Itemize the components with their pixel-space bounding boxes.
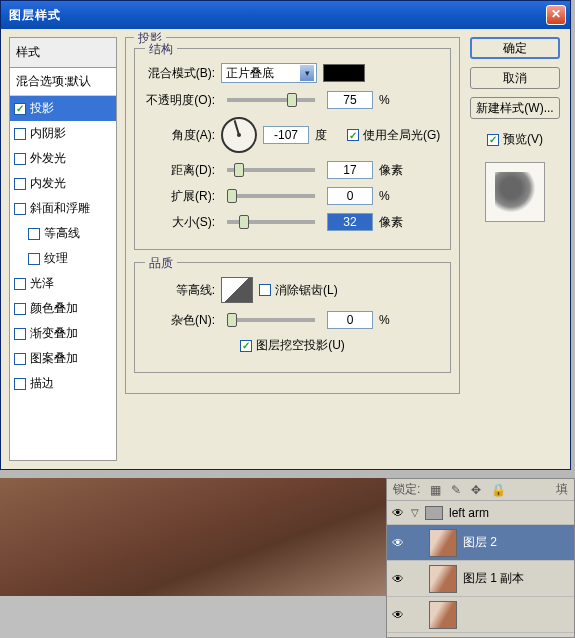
style-item-label: 颜色叠加 <box>30 300 78 317</box>
shadow-color-swatch[interactable] <box>323 64 365 82</box>
checkbox-icon[interactable] <box>14 303 26 315</box>
style-item-0[interactable]: 投影 <box>10 96 116 121</box>
checkbox-icon[interactable] <box>14 378 26 390</box>
antialias-checkbox[interactable]: 消除锯齿(L) <box>259 282 338 299</box>
noise-input[interactable]: 0 <box>327 311 373 329</box>
checkbox-icon[interactable] <box>28 228 40 240</box>
layer-name: 图层 1 副本 <box>463 570 524 587</box>
style-item-label: 渐变叠加 <box>30 325 78 342</box>
layer-group-row[interactable]: 👁 ▽ left arm <box>387 501 574 525</box>
checkbox-icon <box>259 284 271 296</box>
lock-brush-icon[interactable]: ✎ <box>451 483 461 497</box>
distance-label: 距离(D): <box>143 162 215 179</box>
style-item-label: 内发光 <box>30 175 66 192</box>
angle-label: 角度(A): <box>143 127 215 144</box>
visibility-icon[interactable]: 👁 <box>391 608 405 622</box>
layer-row[interactable]: 👁 图层 2 <box>387 525 574 561</box>
style-item-10[interactable]: 图案叠加 <box>10 346 116 371</box>
checkbox-icon[interactable] <box>28 253 40 265</box>
distance-slider[interactable] <box>227 168 315 172</box>
contour-picker[interactable] <box>221 277 253 303</box>
main-panel: 投影 结构 混合模式(B): 正片叠底 ▾ 不透明度(O): <box>125 37 460 461</box>
folder-icon <box>425 506 443 520</box>
checkbox-icon[interactable] <box>14 278 26 290</box>
preview-thumbnail <box>485 162 545 222</box>
checkbox-icon[interactable] <box>14 178 26 190</box>
window-title: 图层样式 <box>5 7 546 24</box>
distance-input[interactable]: 17 <box>327 161 373 179</box>
structure-title: 结构 <box>145 41 177 58</box>
cancel-button[interactable]: 取消 <box>470 67 560 89</box>
checkbox-icon[interactable] <box>14 128 26 140</box>
ok-button[interactable]: 确定 <box>470 37 560 59</box>
checkbox-icon[interactable] <box>14 203 26 215</box>
size-slider[interactable] <box>227 220 315 224</box>
layer-style-dialog: 图层样式 ✕ 样式 混合选项:默认 投影内阴影外发光内发光斜面和浮雕等高线纹理光… <box>0 0 571 470</box>
style-item-label: 光泽 <box>30 275 54 292</box>
blend-mode-select[interactable]: 正片叠底 ▾ <box>221 63 317 83</box>
lock-all-icon[interactable]: 🔒 <box>491 483 506 497</box>
style-item-7[interactable]: 光泽 <box>10 271 116 296</box>
opacity-input[interactable]: 75 <box>327 91 373 109</box>
visibility-icon[interactable]: 👁 <box>391 572 405 586</box>
knockout-checkbox[interactable]: 图层挖空投影(U) <box>240 337 345 354</box>
style-item-1[interactable]: 内阴影 <box>10 121 116 146</box>
checkbox-icon[interactable] <box>14 153 26 165</box>
noise-label: 杂色(N): <box>143 312 215 329</box>
layer-row[interactable]: 👁 <box>387 597 574 633</box>
chevron-down-icon[interactable]: ▽ <box>411 507 419 518</box>
style-item-3[interactable]: 内发光 <box>10 171 116 196</box>
checkbox-icon <box>240 340 252 352</box>
lock-move-icon[interactable]: ✥ <box>471 483 481 497</box>
style-item-11[interactable]: 描边 <box>10 371 116 396</box>
style-item-4[interactable]: 斜面和浮雕 <box>10 196 116 221</box>
drop-shadow-group: 投影 结构 混合模式(B): 正片叠底 ▾ 不透明度(O): <box>125 37 460 394</box>
blend-options-row[interactable]: 混合选项:默认 <box>10 68 116 96</box>
style-item-label: 投影 <box>30 100 54 117</box>
spread-slider[interactable] <box>227 194 315 198</box>
styles-header[interactable]: 样式 <box>10 38 116 68</box>
style-item-label: 内阴影 <box>30 125 66 142</box>
layer-thumbnail[interactable] <box>429 601 457 629</box>
layer-row[interactable]: 👁 图层 1 副本 <box>387 561 574 597</box>
close-button[interactable]: ✕ <box>546 5 566 25</box>
titlebar[interactable]: 图层样式 ✕ <box>1 1 570 29</box>
size-label: 大小(S): <box>143 214 215 231</box>
style-item-9[interactable]: 渐变叠加 <box>10 321 116 346</box>
style-item-label: 外发光 <box>30 150 66 167</box>
spread-input[interactable]: 0 <box>327 187 373 205</box>
checkbox-icon <box>487 134 499 146</box>
checkbox-icon[interactable] <box>14 353 26 365</box>
blend-mode-label: 混合模式(B): <box>143 65 215 82</box>
size-input[interactable]: 32 <box>327 213 373 231</box>
lock-label: 锁定: <box>393 481 420 498</box>
layer-group-label: left arm <box>449 506 489 520</box>
layer-name: 图层 2 <box>463 534 497 551</box>
lock-transparency-icon[interactable]: ▦ <box>430 483 441 497</box>
visibility-icon[interactable]: 👁 <box>391 506 405 520</box>
style-item-2[interactable]: 外发光 <box>10 146 116 171</box>
checkbox-icon <box>347 129 359 141</box>
quality-group: 品质 等高线: 消除锯齿(L) 杂色(N): 0 % <box>134 262 451 373</box>
checkbox-icon[interactable] <box>14 103 26 115</box>
layer-thumbnail[interactable] <box>429 529 457 557</box>
fill-label: 填 <box>556 481 568 498</box>
angle-input[interactable]: -107 <box>263 126 309 144</box>
style-item-label: 纹理 <box>44 250 68 267</box>
preview-checkbox[interactable]: 预览(V) <box>487 131 543 148</box>
quality-title: 品质 <box>145 255 177 272</box>
checkbox-icon[interactable] <box>14 328 26 340</box>
style-item-6[interactable]: 纹理 <box>10 246 116 271</box>
visibility-icon[interactable]: 👁 <box>391 536 405 550</box>
style-item-5[interactable]: 等高线 <box>10 221 116 246</box>
new-style-button[interactable]: 新建样式(W)... <box>470 97 560 119</box>
opacity-slider[interactable] <box>227 98 315 102</box>
chevron-down-icon: ▾ <box>300 65 314 81</box>
layer-thumbnail[interactable] <box>429 565 457 593</box>
global-light-checkbox[interactable]: 使用全局光(G) <box>347 127 440 144</box>
noise-slider[interactable] <box>227 318 315 322</box>
angle-dial[interactable] <box>221 117 257 153</box>
style-item-label: 描边 <box>30 375 54 392</box>
style-item-8[interactable]: 颜色叠加 <box>10 296 116 321</box>
opacity-label: 不透明度(O): <box>143 92 215 109</box>
